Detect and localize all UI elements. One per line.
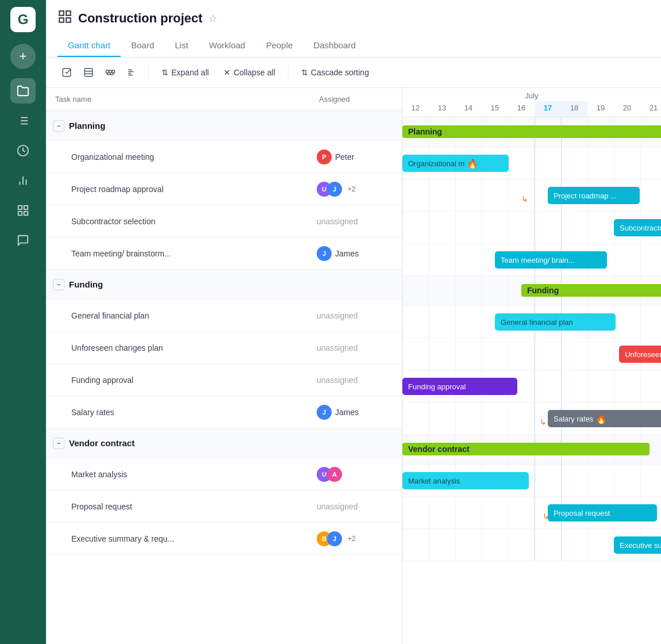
- day-line-18-row-7: [561, 338, 562, 370]
- task-name-roadmap: Project roadmap approval: [71, 185, 163, 194]
- avatar-peter: P: [317, 150, 332, 164]
- day-line-13-row-5: [429, 276, 429, 305]
- day-line-14-row-13: [455, 529, 456, 561]
- tab-people[interactable]: People: [256, 34, 303, 57]
- header: Construction project ☆ Gantt chart Board…: [46, 0, 661, 57]
- day-line-12-row-6: [402, 306, 403, 338]
- layout-icon-btn[interactable]: [79, 63, 98, 82]
- chart-row-13: Executive summ: [402, 529, 661, 561]
- sidebar-item-list[interactable]: [10, 108, 36, 133]
- collapse-all-btn[interactable]: ✕ Collapse all: [218, 65, 280, 80]
- checkbox-icon-btn[interactable]: [57, 63, 76, 82]
- sidebar-item-grid[interactable]: [10, 198, 36, 223]
- collapse-icon: ✕: [224, 68, 230, 77]
- gantt-bar-10[interactable]: Vendor contract: [402, 443, 650, 455]
- day-line-16-row-7: [508, 338, 509, 370]
- group-icon-btn[interactable]: [101, 63, 120, 82]
- gantt-bar-2[interactable]: Project roadmap ...: [548, 187, 640, 204]
- svg-rect-12: [24, 212, 28, 215]
- chart-row-2: Project roadmap ...↳: [402, 179, 661, 212]
- day-line-14-row-3: [455, 212, 456, 243]
- toolbar-divider-2: [288, 66, 289, 79]
- task-name-funding-approval: Funding approval: [71, 375, 133, 385]
- col-assigned-header: Assigned: [310, 88, 402, 110]
- task-name-team-meeting: Team meeting/ brainstorm...: [71, 249, 171, 258]
- sidebar-item-chart[interactable]: [10, 168, 36, 193]
- svg-rect-24: [112, 70, 115, 73]
- day-line-17-row-11: [535, 465, 535, 496]
- day-line-12-row-7: [402, 338, 403, 370]
- day-line-21-row-2: [640, 179, 641, 211]
- tab-list[interactable]: List: [164, 34, 198, 57]
- day-line-17-row-9: [535, 402, 535, 434]
- gantt-bar-7[interactable]: Unforeseen: [619, 346, 661, 363]
- chart-panel: July 12131415161718192021 PlanningOrgani…: [402, 88, 661, 644]
- unassigned-uf: unassigned: [317, 343, 358, 352]
- day-line-17-row-13: [535, 529, 535, 561]
- gantt-bar-1[interactable]: Organizational m🔥: [402, 155, 509, 172]
- gantt-bar-13[interactable]: Executive summ: [614, 536, 661, 554]
- day-line-12-row-5: [402, 276, 403, 305]
- collapse-planning-btn[interactable]: −: [53, 120, 64, 132]
- gantt-bar-8[interactable]: Funding approval: [402, 378, 517, 395]
- gantt-bar-11[interactable]: Market analysis: [402, 472, 529, 489]
- collapse-vendor-btn[interactable]: −: [53, 438, 64, 449]
- task-name-executive-summary: Executive summary & requ...: [71, 534, 174, 543]
- day-line-19-row-13: [587, 529, 588, 561]
- sidebar-item-folder[interactable]: [10, 78, 36, 103]
- day-line-12-row-9: [402, 402, 403, 434]
- day-line-13-row-9: [429, 402, 429, 434]
- day-line-20-row-7: [614, 338, 614, 370]
- day-line-16-row-12: [508, 497, 509, 528]
- cascade-sorting-label: Cascade sorting: [311, 68, 369, 77]
- day-line-17-row-12: [535, 497, 535, 528]
- day-line-13-row-3: [429, 212, 429, 243]
- avatar-user4-ma: A: [327, 467, 342, 482]
- day-line-20-row-1: [614, 147, 614, 179]
- dependency-arrow-salary: ↳: [540, 417, 547, 427]
- chart-header: July 12131415161718192021: [402, 88, 661, 117]
- tab-dashboard[interactable]: Dashboard: [303, 34, 366, 57]
- day-line-21-row-6: [640, 306, 641, 338]
- gantt-bar-0[interactable]: Planning: [402, 125, 661, 138]
- chart-row-12: Proposal request↳: [402, 497, 661, 529]
- collapse-all-label: Collapse all: [233, 68, 275, 77]
- gantt-bar-5[interactable]: Funding: [521, 284, 661, 297]
- day-line-14-row-5: [455, 276, 456, 305]
- gantt-icon-btn[interactable]: [123, 63, 141, 82]
- tab-workload[interactable]: Workload: [199, 34, 256, 57]
- sidebar-item-clock[interactable]: [10, 138, 36, 163]
- avatar-james-r: J: [327, 182, 342, 197]
- day-cell-14: 14: [455, 101, 482, 117]
- cascade-sorting-btn[interactable]: ⇅ Cascade sorting: [295, 65, 375, 80]
- day-line-15-row-5: [482, 276, 482, 305]
- day-line-12-row-4: [402, 244, 403, 275]
- day-line-17-row-8: [535, 370, 535, 402]
- task-panel: Task name Assigned − Planning Organizati…: [46, 88, 402, 644]
- task-name-salary-rates: Salary rates: [71, 408, 114, 417]
- star-icon[interactable]: ☆: [208, 12, 217, 25]
- toolbar: ⇅ Expand all ✕ Collapse all ⇅ Cascade so…: [46, 57, 661, 88]
- dependency-arrow-roadmap: ↳: [521, 194, 528, 204]
- day-cell-12: 12: [402, 101, 429, 117]
- day-line-15-row-7: [482, 338, 482, 370]
- day-line-16-row-5: [508, 276, 509, 305]
- gantt-bar-12[interactable]: Proposal request: [548, 504, 657, 522]
- day-line-21-row-1: [640, 147, 641, 179]
- tab-board[interactable]: Board: [121, 34, 164, 57]
- collapse-funding-btn[interactable]: −: [53, 279, 64, 290]
- day-cell-20: 20: [614, 101, 640, 117]
- assignee-james-sr-label: James: [335, 408, 359, 417]
- task-name-subcontractor: Subcontractor selection: [71, 217, 155, 226]
- column-headers: Task name Assigned: [46, 88, 402, 111]
- sidebar-item-chat[interactable]: [10, 228, 36, 253]
- expand-all-btn[interactable]: ⇅ Expand all: [156, 65, 214, 80]
- gantt-bar-3[interactable]: Subcontractor s: [614, 219, 661, 236]
- tab-gantt-chart[interactable]: Gantt chart: [57, 34, 121, 57]
- group-name-vendor: Vendor contract: [69, 438, 134, 448]
- group-row-funding: − Funding: [46, 270, 402, 300]
- gantt-bar-6[interactable]: General financial plan: [495, 313, 616, 331]
- gantt-bar-4[interactable]: Team meeting/ brain...: [495, 251, 607, 269]
- gantt-bar-9[interactable]: Salary rates🔥: [548, 410, 661, 427]
- add-button[interactable]: +: [10, 44, 36, 69]
